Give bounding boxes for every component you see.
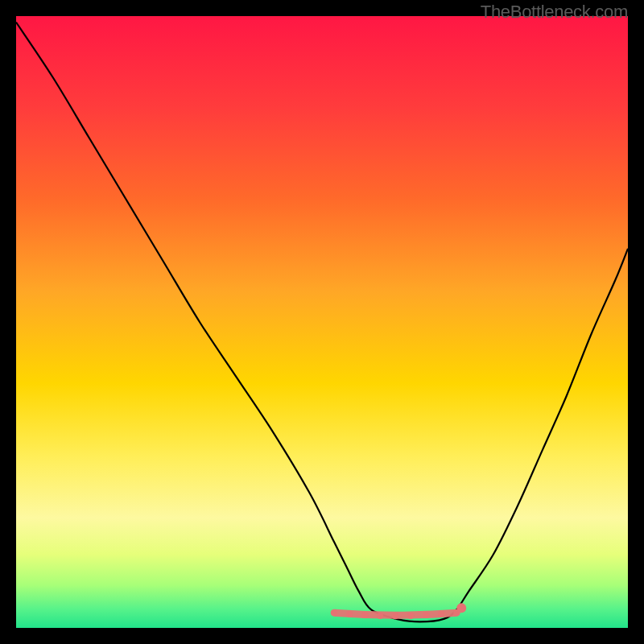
svg-point-5 bbox=[392, 613, 398, 619]
svg-point-7 bbox=[423, 612, 429, 618]
curve-layer bbox=[16, 16, 628, 628]
svg-point-3 bbox=[361, 612, 368, 618]
svg-point-4 bbox=[377, 613, 383, 619]
chart-container: TheBottleneck.com bbox=[0, 0, 644, 644]
svg-point-6 bbox=[407, 613, 414, 619]
plot-area bbox=[16, 16, 628, 628]
svg-point-2 bbox=[346, 611, 353, 617]
svg-point-1 bbox=[331, 609, 337, 616]
svg-point-10 bbox=[456, 603, 466, 613]
watermark-text: TheBottleneck.com bbox=[481, 2, 628, 23]
flat-zone-marker bbox=[331, 603, 466, 619]
svg-point-8 bbox=[438, 611, 444, 617]
bottleneck-curve bbox=[16, 23, 628, 622]
